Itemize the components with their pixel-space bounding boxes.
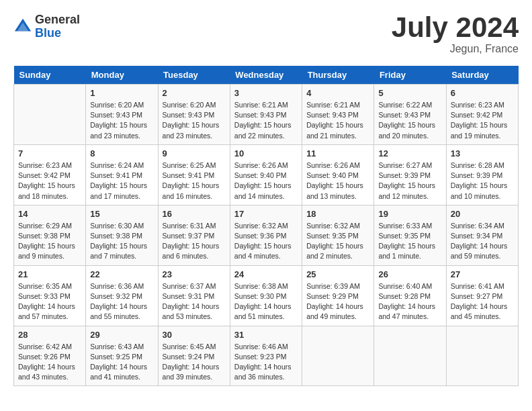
calendar-cell: 6Sunrise: 6:23 AM Sunset: 9:42 PM Daylig… [446, 85, 518, 145]
calendar-cell: 13Sunrise: 6:28 AM Sunset: 9:39 PM Dayli… [446, 144, 518, 205]
calendar-cell: 14Sunrise: 6:29 AM Sunset: 9:38 PM Dayli… [14, 205, 86, 265]
title-section: July 2024 Jegun, France [392, 13, 519, 55]
calendar-cell: 10Sunrise: 6:26 AM Sunset: 9:40 PM Dayli… [230, 144, 302, 205]
day-number: 17 [234, 209, 298, 219]
day-number: 18 [306, 209, 369, 219]
calendar-cell: 22Sunrise: 6:36 AM Sunset: 9:32 PM Dayli… [86, 265, 158, 326]
day-number: 28 [18, 330, 81, 340]
day-info: Sunrise: 6:21 AM Sunset: 9:43 PM Dayligh… [234, 100, 298, 141]
calendar-table: Sunday Monday Tuesday Wednesday Thursday… [13, 66, 519, 386]
day-info: Sunrise: 6:32 AM Sunset: 9:36 PM Dayligh… [234, 221, 298, 262]
calendar-cell: 1Sunrise: 6:20 AM Sunset: 9:43 PM Daylig… [86, 85, 158, 145]
calendar-cell: 8Sunrise: 6:24 AM Sunset: 9:41 PM Daylig… [86, 144, 158, 205]
calendar-cell: 26Sunrise: 6:40 AM Sunset: 9:28 PM Dayli… [374, 265, 446, 326]
calendar-cell: 19Sunrise: 6:33 AM Sunset: 9:35 PM Dayli… [374, 205, 446, 265]
day-number: 14 [18, 209, 81, 219]
day-info: Sunrise: 6:33 AM Sunset: 9:35 PM Dayligh… [378, 221, 441, 262]
day-number: 25 [306, 269, 369, 279]
day-info: Sunrise: 6:20 AM Sunset: 9:43 PM Dayligh… [163, 100, 226, 141]
day-info: Sunrise: 6:26 AM Sunset: 9:40 PM Dayligh… [234, 161, 298, 201]
header-tuesday: Tuesday [158, 66, 230, 85]
calendar-cell: 9Sunrise: 6:25 AM Sunset: 9:41 PM Daylig… [158, 144, 230, 205]
calendar-cell: 27Sunrise: 6:41 AM Sunset: 9:27 PM Dayli… [446, 265, 518, 326]
calendar-week-2: 7Sunrise: 6:23 AM Sunset: 9:42 PM Daylig… [14, 144, 519, 205]
calendar-cell: 31Sunrise: 6:46 AM Sunset: 9:23 PM Dayli… [230, 326, 302, 386]
day-info: Sunrise: 6:21 AM Sunset: 9:43 PM Dayligh… [306, 100, 369, 141]
header-wednesday: Wednesday [230, 66, 302, 85]
header-thursday: Thursday [302, 66, 374, 85]
day-number: 7 [18, 148, 81, 158]
day-info: Sunrise: 6:23 AM Sunset: 9:42 PM Dayligh… [451, 100, 514, 141]
day-info: Sunrise: 6:20 AM Sunset: 9:43 PM Dayligh… [90, 100, 153, 141]
day-info: Sunrise: 6:29 AM Sunset: 9:38 PM Dayligh… [18, 221, 81, 262]
day-info: Sunrise: 6:31 AM Sunset: 9:37 PM Dayligh… [163, 221, 226, 262]
calendar-cell: 25Sunrise: 6:39 AM Sunset: 9:29 PM Dayli… [302, 265, 374, 326]
day-number: 31 [234, 330, 298, 340]
day-info: Sunrise: 6:36 AM Sunset: 9:32 PM Dayligh… [90, 281, 153, 322]
day-number: 11 [306, 148, 369, 158]
day-info: Sunrise: 6:46 AM Sunset: 9:23 PM Dayligh… [234, 342, 298, 383]
calendar-cell: 5Sunrise: 6:22 AM Sunset: 9:43 PM Daylig… [374, 85, 446, 145]
calendar-cell [446, 326, 518, 386]
calendar-cell: 17Sunrise: 6:32 AM Sunset: 9:36 PM Dayli… [230, 205, 302, 265]
day-number: 19 [378, 209, 441, 219]
day-number: 9 [163, 148, 226, 158]
day-number: 1 [90, 88, 153, 98]
calendar-cell [374, 326, 446, 386]
day-info: Sunrise: 6:22 AM Sunset: 9:43 PM Dayligh… [378, 100, 441, 141]
logo-text: General Blue [35, 13, 80, 40]
day-number: 16 [163, 209, 226, 219]
month-title: July 2024 [392, 13, 519, 42]
header-saturday: Saturday [446, 66, 518, 85]
day-number: 23 [163, 269, 226, 279]
day-number: 12 [378, 148, 441, 158]
logo: General Blue [13, 13, 80, 40]
calendar-cell: 29Sunrise: 6:43 AM Sunset: 9:25 PM Dayli… [86, 326, 158, 386]
calendar-cell: 28Sunrise: 6:42 AM Sunset: 9:26 PM Dayli… [14, 326, 86, 386]
day-number: 3 [234, 88, 298, 98]
day-info: Sunrise: 6:24 AM Sunset: 9:41 PM Dayligh… [90, 161, 153, 201]
day-info: Sunrise: 6:26 AM Sunset: 9:40 PM Dayligh… [306, 161, 369, 201]
logo-icon [13, 17, 32, 36]
calendar-week-4: 21Sunrise: 6:35 AM Sunset: 9:33 PM Dayli… [14, 265, 519, 326]
day-number: 4 [306, 88, 369, 98]
day-number: 20 [451, 209, 514, 219]
day-number: 8 [90, 148, 153, 158]
calendar-cell: 20Sunrise: 6:34 AM Sunset: 9:34 PM Dayli… [446, 205, 518, 265]
day-number: 2 [163, 88, 226, 98]
calendar-cell: 15Sunrise: 6:30 AM Sunset: 9:38 PM Dayli… [86, 205, 158, 265]
day-info: Sunrise: 6:27 AM Sunset: 9:39 PM Dayligh… [378, 161, 441, 201]
logo-general-text: General [35, 13, 80, 27]
calendar-cell: 16Sunrise: 6:31 AM Sunset: 9:37 PM Dayli… [158, 205, 230, 265]
day-number: 21 [18, 269, 81, 279]
day-number: 13 [451, 148, 514, 158]
day-info: Sunrise: 6:37 AM Sunset: 9:31 PM Dayligh… [163, 281, 226, 322]
day-info: Sunrise: 6:40 AM Sunset: 9:28 PM Dayligh… [378, 281, 441, 322]
calendar-cell: 4Sunrise: 6:21 AM Sunset: 9:43 PM Daylig… [302, 85, 374, 145]
day-number: 27 [451, 269, 514, 279]
day-info: Sunrise: 6:28 AM Sunset: 9:39 PM Dayligh… [451, 161, 514, 201]
calendar-cell: 18Sunrise: 6:32 AM Sunset: 9:35 PM Dayli… [302, 205, 374, 265]
day-number: 29 [90, 330, 153, 340]
day-info: Sunrise: 6:41 AM Sunset: 9:27 PM Dayligh… [451, 281, 514, 322]
location-text: Jegun, France [392, 43, 519, 55]
day-info: Sunrise: 6:35 AM Sunset: 9:33 PM Dayligh… [18, 281, 81, 322]
day-info: Sunrise: 6:25 AM Sunset: 9:41 PM Dayligh… [163, 161, 226, 201]
calendar-cell: 30Sunrise: 6:45 AM Sunset: 9:24 PM Dayli… [158, 326, 230, 386]
day-number: 30 [163, 330, 226, 340]
calendar-week-5: 28Sunrise: 6:42 AM Sunset: 9:26 PM Dayli… [14, 326, 519, 386]
day-number: 15 [90, 209, 153, 219]
calendar-cell: 21Sunrise: 6:35 AM Sunset: 9:33 PM Dayli… [14, 265, 86, 326]
day-number: 6 [451, 88, 514, 98]
calendar-cell [14, 85, 86, 145]
page-header: General Blue July 2024 Jegun, France [13, 13, 519, 55]
logo-blue-text: Blue [35, 27, 80, 40]
day-info: Sunrise: 6:38 AM Sunset: 9:30 PM Dayligh… [234, 281, 298, 322]
calendar-cell: 3Sunrise: 6:21 AM Sunset: 9:43 PM Daylig… [230, 85, 302, 145]
day-info: Sunrise: 6:42 AM Sunset: 9:26 PM Dayligh… [18, 342, 81, 383]
day-number: 24 [234, 269, 298, 279]
day-info: Sunrise: 6:45 AM Sunset: 9:24 PM Dayligh… [163, 342, 226, 383]
calendar-cell: 7Sunrise: 6:23 AM Sunset: 9:42 PM Daylig… [14, 144, 86, 205]
day-info: Sunrise: 6:32 AM Sunset: 9:35 PM Dayligh… [306, 221, 369, 262]
calendar-cell: 2Sunrise: 6:20 AM Sunset: 9:43 PM Daylig… [158, 85, 230, 145]
